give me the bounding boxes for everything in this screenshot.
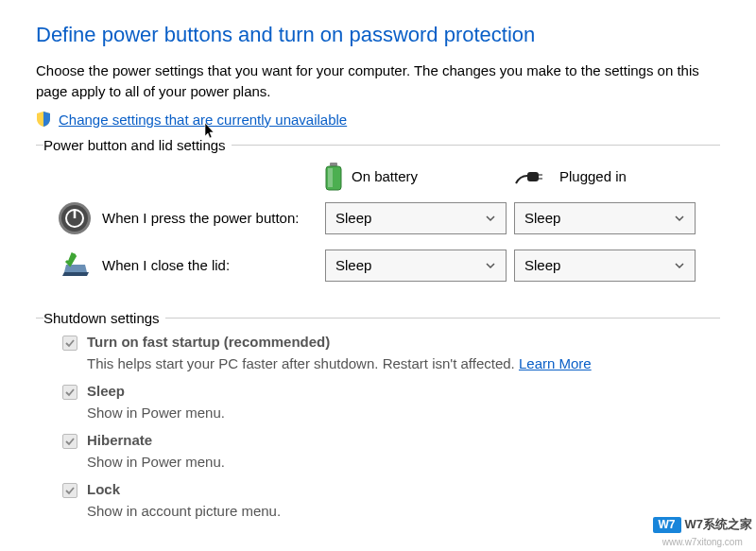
battery-icon <box>325 163 342 191</box>
watermark-badge: W7 <box>653 517 681 533</box>
lock-title: Lock <box>87 481 120 497</box>
power-button-icon <box>57 200 93 236</box>
watermark: W7 W7系统之家 www.w7xitong.com <box>653 517 753 547</box>
intro-text: Choose the power settings that you want … <box>36 60 720 102</box>
hibernate-checkbox <box>62 434 77 449</box>
on-battery-header: On battery <box>325 163 514 191</box>
on-battery-label: On battery <box>352 168 418 184</box>
sleep-desc: Show in Power menu. <box>62 404 720 422</box>
close-lid-plugged-select[interactable]: Sleep <box>514 250 696 282</box>
chevron-down-icon <box>674 260 685 271</box>
power-button-battery-select[interactable]: Sleep <box>325 202 507 234</box>
shutdown-settings-legend: Shutdown settings <box>43 310 165 326</box>
close-lid-battery-select[interactable]: Sleep <box>325 250 507 282</box>
plugged-in-label: Plugged in <box>559 168 627 184</box>
chevron-down-icon <box>485 213 496 224</box>
hibernate-title: Hibernate <box>87 432 152 448</box>
plugged-in-header: Plugged in <box>514 166 703 187</box>
svg-rect-5 <box>539 178 542 180</box>
svg-rect-0 <box>330 163 337 166</box>
chevron-down-icon <box>485 260 496 271</box>
select-value: Sleep <box>335 210 371 226</box>
svg-rect-2 <box>328 168 333 187</box>
lock-checkbox <box>62 483 77 498</box>
power-button-lid-group: Power button and lid settings On battery… <box>36 137 720 310</box>
lock-desc: Show in account picture menu. <box>62 502 720 521</box>
watermark-text: W7系统之家 <box>685 518 753 531</box>
svg-rect-4 <box>539 174 542 176</box>
fast-startup-desc: This helps start your PC faster after sh… <box>62 354 720 373</box>
close-lid-icon <box>57 248 93 284</box>
select-value: Sleep <box>335 257 371 273</box>
sleep-title: Sleep <box>87 383 125 399</box>
plug-icon <box>514 166 550 187</box>
svg-rect-3 <box>527 172 539 181</box>
learn-more-link[interactable]: Learn More <box>519 355 592 371</box>
select-value: Sleep <box>524 210 560 226</box>
power-button-plugged-select[interactable]: Sleep <box>514 202 696 234</box>
page-title: Define power buttons and turn on passwor… <box>36 23 720 47</box>
watermark-url: www.w7xitong.com <box>662 537 743 547</box>
chevron-down-icon <box>674 213 685 224</box>
fast-startup-title: Turn on fast startup (recommended) <box>87 334 330 350</box>
close-lid-label: When I close the lid: <box>93 257 325 273</box>
sleep-checkbox <box>62 385 77 400</box>
shield-icon <box>36 112 51 127</box>
shutdown-settings-group: Shutdown settings Turn on fast startup (… <box>36 310 720 531</box>
fast-startup-checkbox <box>62 336 77 351</box>
hibernate-desc: Show in Power menu. <box>62 453 720 472</box>
cursor-icon <box>201 123 216 142</box>
select-value: Sleep <box>524 257 560 273</box>
power-button-label: When I press the power button: <box>93 210 325 226</box>
